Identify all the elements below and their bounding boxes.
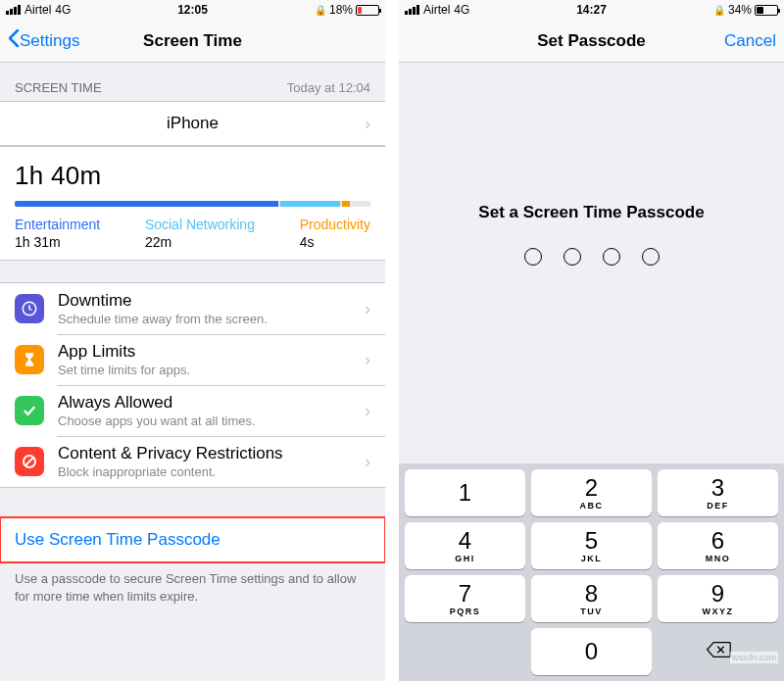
key-3[interactable]: 3DEF — [658, 469, 778, 516]
nav-bar: Settings Screen Time — [0, 20, 385, 63]
use-passcode-button[interactable]: Use Screen Time Passcode — [0, 518, 385, 561]
key-0[interactable]: 0 — [531, 628, 652, 675]
passcode-dot — [564, 248, 581, 266]
key-8[interactable]: 8TUV — [531, 575, 652, 622]
usage-chart[interactable]: 1h 40m Entertainment 1h 31m Social Netwo… — [0, 146, 385, 261]
legend-productivity: Productivity 4s — [300, 217, 370, 250]
content-privacy-row[interactable]: Content & Privacy Restrictions Block ina… — [0, 436, 385, 487]
legend-entertainment: Entertainment 1h 31m — [15, 217, 100, 250]
usage-bar — [15, 201, 370, 207]
check-icon — [15, 396, 44, 425]
keypad: 1 2ABC 3DEF 4GHI 5JKL 6MNO 7PQRS 8TUV 9W… — [399, 463, 784, 681]
nav-bar: Set Passcode Cancel — [399, 20, 784, 63]
section-header: SCREEN TIME Today at 12:04 — [0, 63, 385, 101]
key-4[interactable]: 4GHI — [405, 522, 525, 569]
battery-icon — [755, 5, 778, 16]
watermark: wsxdn.com — [730, 652, 778, 663]
passcode-dot — [603, 248, 620, 266]
passcode-dot — [642, 248, 660, 266]
chevron-right-icon: › — [365, 350, 370, 370]
page-title: Screen Time — [0, 31, 385, 51]
hourglass-icon — [15, 345, 44, 374]
section-header-text: SCREEN TIME — [15, 80, 102, 95]
backspace-icon — [706, 641, 731, 662]
always-allowed-row[interactable]: Always Allowed Choose apps you want at a… — [0, 385, 385, 436]
use-passcode-label: Use Screen Time Passcode — [15, 530, 220, 550]
svg-line-2 — [25, 458, 34, 466]
usage-seg-productivity — [342, 201, 349, 207]
battery-icon — [356, 5, 379, 16]
status-bar: Airtel 4G 14:27 🔒 34% — [399, 0, 784, 20]
key-9[interactable]: 9WXYZ — [658, 575, 778, 622]
passcode-dot — [524, 248, 542, 266]
downtime-row[interactable]: Downtime Schedule time away from the scr… — [0, 283, 385, 334]
status-time: 12:05 — [0, 3, 385, 17]
usage-seg-entertainment — [15, 201, 278, 207]
key-7[interactable]: 7PQRS — [405, 575, 525, 622]
device-name: iPhone — [0, 114, 385, 133]
footer-text: Use a passcode to secure Screen Time set… — [0, 562, 385, 612]
usage-total: 1h 40m — [15, 161, 370, 191]
status-time: 14:27 — [399, 3, 784, 17]
status-bar: Airtel 4G 12:05 🔒 18% — [0, 0, 385, 20]
device-row[interactable]: iPhone › — [0, 102, 385, 145]
section-header-time: Today at 12:04 — [287, 80, 370, 95]
key-blank — [405, 628, 525, 675]
key-5[interactable]: 5JKL — [531, 522, 652, 569]
passcode-prompt: Set a Screen Time Passcode — [399, 203, 784, 222]
passcode-dots — [399, 248, 784, 266]
set-passcode-screen: Airtel 4G 14:27 🔒 34% Set Passcode Cance… — [399, 0, 784, 681]
usage-seg-social — [280, 201, 341, 207]
no-icon — [15, 447, 44, 476]
key-1[interactable]: 1 — [405, 469, 525, 516]
page-title: Set Passcode — [399, 31, 784, 51]
key-6[interactable]: 6MNO — [658, 522, 778, 569]
chevron-right-icon: › — [365, 299, 370, 319]
chevron-right-icon: › — [365, 452, 370, 472]
key-2[interactable]: 2ABC — [531, 469, 652, 516]
app-limits-row[interactable]: App Limits Set time limits for apps. › — [0, 334, 385, 385]
chevron-right-icon: › — [365, 401, 370, 421]
legend-social: Social Networking 22m — [145, 217, 255, 250]
downtime-icon — [15, 294, 44, 323]
screen-time-screen: Airtel 4G 12:05 🔒 18% Settings Screen Ti… — [0, 0, 385, 681]
